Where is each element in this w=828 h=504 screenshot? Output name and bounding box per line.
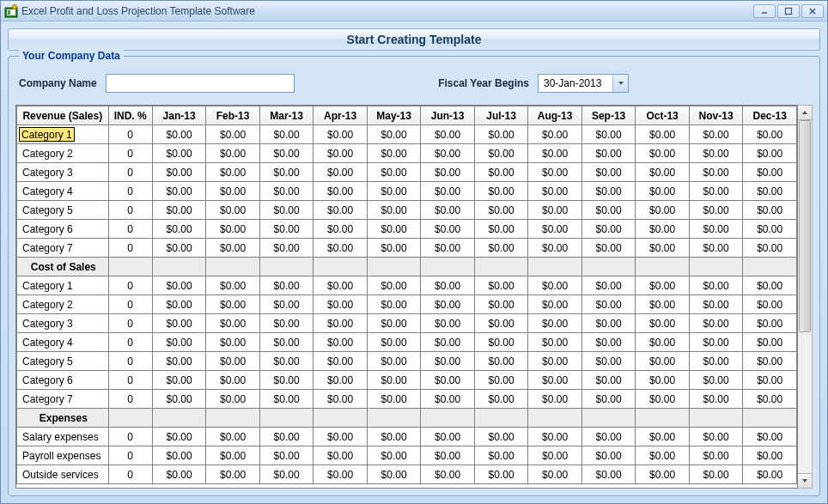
value-cell[interactable]: $0.00 <box>421 276 475 295</box>
value-cell[interactable]: $0.00 <box>206 333 260 352</box>
value-cell[interactable]: $0.00 <box>206 182 260 201</box>
value-cell[interactable]: $0.00 <box>689 201 743 220</box>
value-cell[interactable]: $0.00 <box>743 295 797 314</box>
value-cell[interactable]: $0.00 <box>314 182 368 201</box>
value-cell[interactable]: $0.00 <box>314 125 368 144</box>
value-cell[interactable]: $0.00 <box>743 125 797 144</box>
value-cell[interactable]: $0.00 <box>314 333 368 352</box>
value-cell[interactable]: $0.00 <box>367 182 421 201</box>
value-cell[interactable]: $0.00 <box>421 295 475 314</box>
value-cell[interactable]: $0.00 <box>474 276 528 295</box>
row-label-cell[interactable]: Outside services <box>17 465 109 484</box>
value-cell[interactable]: $0.00 <box>314 352 368 371</box>
column-header[interactable]: Sep-13 <box>581 106 636 125</box>
value-cell[interactable]: $0.00 <box>474 465 528 484</box>
data-grid[interactable]: Revenue (Sales)IND. %Jan-13Feb-13Mar-13A… <box>15 105 798 489</box>
value-cell[interactable]: $0.00 <box>421 239 475 258</box>
value-cell[interactable]: $0.00 <box>474 371 528 390</box>
value-cell[interactable]: $0.00 <box>421 352 475 371</box>
value-cell[interactable]: $0.00 <box>636 371 690 390</box>
value-cell[interactable]: $0.00 <box>528 125 582 144</box>
value-cell[interactable]: $0.00 <box>528 333 582 352</box>
value-cell[interactable]: $0.00 <box>581 163 636 182</box>
value-cell[interactable]: $0.00 <box>152 163 206 182</box>
value-cell[interactable]: $0.00 <box>581 390 636 409</box>
value-cell[interactable]: $0.00 <box>743 201 797 220</box>
value-cell[interactable]: $0.00 <box>743 220 797 239</box>
value-cell[interactable]: $0.00 <box>152 201 206 220</box>
value-cell[interactable]: $0.00 <box>421 220 475 239</box>
column-header[interactable]: Apr-13 <box>314 106 368 125</box>
value-cell[interactable]: $0.00 <box>421 314 475 333</box>
row-label-cell[interactable]: Payroll expenses <box>17 446 109 465</box>
value-cell[interactable]: $0.00 <box>689 276 743 295</box>
value-cell[interactable]: $0.00 <box>636 276 690 295</box>
value-cell[interactable]: $0.00 <box>689 465 743 484</box>
value-cell[interactable]: $0.00 <box>528 220 582 239</box>
value-cell[interactable]: $0.00 <box>367 220 421 239</box>
ind-cell[interactable]: 0 <box>108 314 152 333</box>
value-cell[interactable]: $0.00 <box>528 182 582 201</box>
value-cell[interactable]: $0.00 <box>206 295 260 314</box>
value-cell[interactable]: $0.00 <box>743 465 797 484</box>
value-cell[interactable]: $0.00 <box>314 428 368 446</box>
value-cell[interactable]: $0.00 <box>689 239 743 258</box>
value-cell[interactable]: $0.00 <box>581 428 636 446</box>
value-cell[interactable]: $0.00 <box>474 239 528 258</box>
value-cell[interactable]: $0.00 <box>206 314 260 333</box>
value-cell[interactable]: $0.00 <box>314 239 368 258</box>
scroll-down-icon[interactable] <box>798 473 812 488</box>
value-cell[interactable]: $0.00 <box>474 446 528 465</box>
value-cell[interactable]: $0.00 <box>743 144 797 163</box>
value-cell[interactable]: $0.00 <box>689 428 743 446</box>
value-cell[interactable]: $0.00 <box>314 163 368 182</box>
value-cell[interactable]: $0.00 <box>367 201 421 220</box>
value-cell[interactable]: $0.00 <box>152 182 206 201</box>
value-cell[interactable]: $0.00 <box>152 276 206 295</box>
titlebar[interactable]: Excel Profit and Loss Projection Templat… <box>1 1 827 21</box>
value-cell[interactable]: $0.00 <box>259 163 314 182</box>
value-cell[interactable]: $0.00 <box>636 295 690 314</box>
value-cell[interactable]: $0.00 <box>367 163 421 182</box>
value-cell[interactable]: $0.00 <box>314 220 368 239</box>
value-cell[interactable]: $0.00 <box>206 220 260 239</box>
row-label-cell[interactable]: Category 1 <box>17 125 109 144</box>
value-cell[interactable]: $0.00 <box>528 314 582 333</box>
value-cell[interactable]: $0.00 <box>528 446 582 465</box>
row-label-cell[interactable]: Category 4 <box>17 182 109 201</box>
value-cell[interactable]: $0.00 <box>367 333 421 352</box>
value-cell[interactable]: $0.00 <box>314 390 368 409</box>
value-cell[interactable]: $0.00 <box>581 371 636 390</box>
value-cell[interactable]: $0.00 <box>689 295 743 314</box>
value-cell[interactable]: $0.00 <box>581 314 636 333</box>
row-label-cell[interactable]: Category 6 <box>17 220 109 239</box>
value-cell[interactable]: $0.00 <box>528 465 582 484</box>
value-cell[interactable]: $0.00 <box>743 182 797 201</box>
value-cell[interactable]: $0.00 <box>743 163 797 182</box>
value-cell[interactable]: $0.00 <box>259 446 314 465</box>
ind-cell[interactable]: 0 <box>108 428 152 446</box>
value-cell[interactable]: $0.00 <box>528 390 582 409</box>
value-cell[interactable]: $0.00 <box>314 276 368 295</box>
value-cell[interactable]: $0.00 <box>689 182 743 201</box>
value-cell[interactable]: $0.00 <box>206 125 260 144</box>
value-cell[interactable]: $0.00 <box>528 144 582 163</box>
row-label-cell[interactable]: Salary expenses <box>17 428 109 446</box>
value-cell[interactable]: $0.00 <box>367 428 421 446</box>
value-cell[interactable]: $0.00 <box>636 239 690 258</box>
value-cell[interactable]: $0.00 <box>367 390 421 409</box>
value-cell[interactable]: $0.00 <box>421 390 475 409</box>
ind-cell[interactable]: 0 <box>108 239 152 258</box>
ind-cell[interactable]: 0 <box>108 465 152 484</box>
value-cell[interactable]: $0.00 <box>421 465 475 484</box>
value-cell[interactable]: $0.00 <box>474 201 528 220</box>
ind-cell[interactable]: 0 <box>108 220 152 239</box>
value-cell[interactable]: $0.00 <box>367 371 421 390</box>
column-header[interactable]: Mar-13 <box>259 106 314 125</box>
value-cell[interactable]: $0.00 <box>152 333 206 352</box>
ind-cell[interactable]: 0 <box>108 371 152 390</box>
value-cell[interactable]: $0.00 <box>636 352 690 371</box>
value-cell[interactable]: $0.00 <box>636 125 690 144</box>
scroll-thumb[interactable] <box>799 120 811 332</box>
value-cell[interactable]: $0.00 <box>689 163 743 182</box>
